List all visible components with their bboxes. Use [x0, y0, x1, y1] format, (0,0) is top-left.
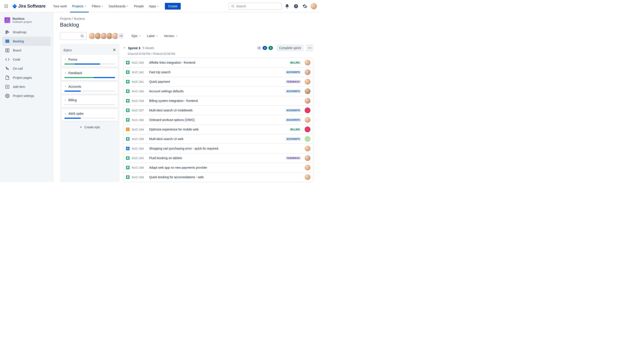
app-switcher-icon[interactable] — [3, 3, 10, 10]
assignee-avatar[interactable] — [305, 146, 310, 151]
issue-row[interactable]: NUC-337Multi-dest search UI mobilewebACC… — [123, 106, 313, 115]
issue-key[interactable]: NUC-340 — [132, 90, 147, 93]
epic-feedback[interactable]: Feedback — [62, 68, 118, 80]
issue-row[interactable]: NUC-346Adapt web app no new payments pro… — [123, 163, 313, 172]
assignee-avatar[interactable] — [305, 117, 310, 123]
nav-apps[interactable]: Apps — [147, 0, 161, 12]
nav-filters[interactable]: Filters — [90, 0, 106, 12]
settings-icon — [5, 94, 10, 98]
issue-type-icon — [126, 128, 130, 131]
issue-key[interactable]: NUC-336 — [132, 176, 147, 179]
nav-people[interactable]: People — [132, 0, 146, 12]
epic-badge[interactable]: ACCOUNTS — [285, 90, 301, 93]
epic-badge[interactable]: BILLING — [289, 61, 301, 64]
epic-badge[interactable]: BILLING — [289, 128, 301, 131]
nav-your-work[interactable]: Your work — [51, 0, 69, 12]
backlog-search[interactable] — [60, 32, 87, 40]
sidebar-item-roadmap[interactable]: Roadmap — [2, 28, 51, 36]
issue-key[interactable]: NUC-354 — [132, 147, 147, 150]
assignee-avatar[interactable] — [305, 165, 310, 170]
notifications-icon[interactable] — [284, 3, 291, 10]
filter-version[interactable]: Version — [162, 33, 180, 39]
issue-key[interactable]: NUC-338 — [132, 138, 147, 141]
assignee-filter[interactable]: +3 — [90, 32, 124, 40]
project-header[interactable]: 🚀 Nucleus Software project — [2, 17, 51, 28]
nav-projects[interactable]: Projects — [70, 0, 89, 12]
assignee-avatar[interactable] — [305, 98, 310, 104]
assignee-avatar[interactable] — [305, 88, 310, 94]
jira-logo[interactable]: Jira Software — [11, 4, 47, 9]
chevron-down-icon — [101, 5, 103, 7]
issue-row[interactable]: NUC-341Quick paymentFEEDBACK — [123, 77, 313, 86]
assignee-avatar[interactable] — [305, 60, 310, 66]
epic-badge[interactable]: ACCOUNTS — [285, 118, 301, 122]
sprint-more-button[interactable] — [306, 44, 313, 52]
global-search[interactable] — [229, 3, 282, 10]
epic-forms[interactable]: Forms — [62, 55, 118, 67]
issue-key[interactable]: NUC-342 — [132, 70, 147, 74]
settings-icon[interactable] — [301, 3, 308, 10]
issue-type-icon — [126, 80, 130, 84]
issue-row[interactable]: NUC-360Onboard workout options (OWO)ACCO… — [123, 115, 313, 125]
svg-rect-32 — [128, 129, 128, 130]
issue-row[interactable]: NUC-342Fast trip searchACCOUNTS — [123, 68, 313, 77]
page-title: Backlog — [60, 22, 313, 28]
create-epic-button[interactable]: Create epic — [62, 123, 118, 132]
issue-row[interactable]: NUC-335Affelite links integration - fron… — [123, 58, 313, 68]
assignee-avatar[interactable] — [305, 108, 310, 113]
epic-accounts[interactable]: Accounts — [62, 82, 118, 94]
issue-key[interactable]: NUC-339 — [132, 99, 147, 102]
sidebar-item-board[interactable]: Board — [2, 46, 51, 55]
epic-badge[interactable]: ACCOUNTS — [285, 109, 301, 112]
complete-sprint-button[interactable]: Complete sprint — [276, 44, 304, 51]
sidebar-item-code[interactable]: Code — [2, 55, 51, 64]
breadcrumb-current[interactable]: Nucleus — [74, 17, 85, 20]
breadcrumb-projects[interactable]: Projects — [60, 17, 71, 20]
issue-row[interactable]: NUC-338Multi-dest search UI webACCOUNTS — [123, 134, 313, 144]
close-icon[interactable]: ✕ — [113, 48, 116, 52]
assignee-avatar[interactable] — [305, 136, 310, 142]
epic-billing[interactable]: Billing — [62, 96, 118, 108]
sidebar-item-backlog[interactable]: Backlog — [2, 37, 51, 46]
sidebar-item-project-settings[interactable]: Project settings — [2, 92, 51, 100]
issue-key[interactable]: NUC-360 — [132, 118, 147, 122]
issue-row[interactable]: NUC-344Optimize experience for mobile we… — [123, 125, 313, 134]
epic-badge[interactable]: ACCOUNTS — [285, 138, 301, 141]
issue-row[interactable]: NUC-343Fluid booking on tabletsFEEDBACK — [123, 153, 313, 163]
issue-row[interactable]: NUC-340Account settings defaultsACCOUNTS — [123, 86, 313, 96]
issue-row[interactable]: NUC-336Quick booking for accomodations -… — [123, 172, 313, 182]
epic-badge[interactable]: ACCOUNTS — [285, 70, 301, 74]
issue-type-icon — [126, 118, 130, 122]
chevron-down-icon — [175, 35, 178, 37]
issue-key[interactable]: NUC-341 — [132, 80, 147, 84]
nav-dashboards[interactable]: Dashboards — [106, 0, 131, 12]
epic-badge[interactable]: FEEDBACK — [286, 80, 301, 84]
create-button[interactable]: Create — [165, 3, 180, 10]
assignee-avatar[interactable] — [305, 69, 310, 75]
issue-key[interactable]: NUC-337 — [132, 109, 147, 112]
issue-row[interactable]: NUC-354Shopping cart purchasing error - … — [123, 144, 313, 153]
sprint-toggle[interactable]: Sprint 3 5 issues — [123, 46, 154, 50]
epic-badge[interactable]: FEEDBACK — [286, 156, 301, 160]
issue-row[interactable]: NUC-339Billing system integration - fron… — [123, 96, 313, 106]
chevron-right-icon — [64, 86, 67, 88]
sidebar-item-project-pages[interactable]: Project pages — [2, 73, 51, 82]
issue-key[interactable]: NUC-346 — [132, 166, 147, 169]
filter-label[interactable]: Label — [145, 33, 160, 39]
help-icon[interactable]: ? — [292, 3, 300, 10]
assignee-avatar[interactable] — [305, 174, 310, 180]
issue-key[interactable]: NUC-335 — [132, 61, 147, 64]
avatar-more[interactable]: +3 — [117, 32, 124, 40]
filter-epic[interactable]: Epic — [130, 33, 143, 39]
profile-avatar[interactable] — [310, 3, 317, 10]
assignee-avatar[interactable] — [305, 126, 310, 132]
assignee-avatar[interactable] — [305, 79, 310, 84]
sidebar-item-on-call[interactable]: On-call — [2, 64, 51, 73]
epic-aws-spike[interactable]: AWS spike — [62, 109, 118, 121]
search-input[interactable] — [236, 4, 279, 8]
assignee-avatar[interactable] — [305, 155, 310, 161]
issue-key[interactable]: NUC-344 — [132, 128, 147, 131]
issue-type-icon — [126, 90, 130, 93]
issue-key[interactable]: NUC-343 — [132, 156, 147, 160]
sidebar-item-add-item[interactable]: Add item — [2, 82, 51, 91]
